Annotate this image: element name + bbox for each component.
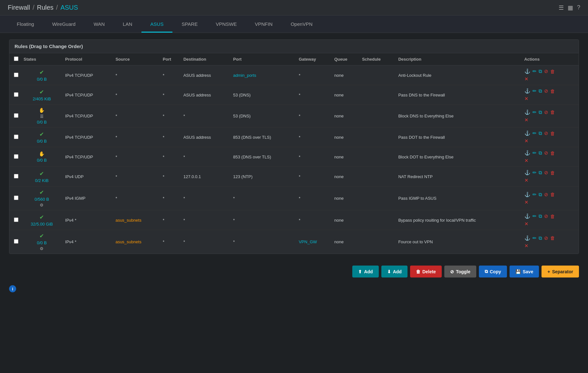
action-copy-icon[interactable]: ⧉ [538,191,542,198]
row-8-checkbox[interactable] [14,239,18,244]
action-delete-icon[interactable]: 🗑 [550,68,555,75]
action-copy-icon[interactable]: ⧉ [538,130,542,136]
action-disable-icon[interactable]: ✕ [524,76,529,82]
row-stats[interactable]: 0/0 B [37,158,46,163]
action-move-icon[interactable]: ⚓ [524,109,531,116]
row-stats[interactable]: 2/405 KiB [33,96,51,101]
tab-wireguard[interactable]: WireGuard [43,15,85,33]
row-gateway-link[interactable]: VPN_GW [299,239,317,244]
action-block-icon[interactable]: ⊘ [544,109,549,116]
action-move-icon[interactable]: ⚓ [524,169,531,176]
action-copy-icon[interactable]: ⧉ [538,150,542,156]
row-gateway-cell: * [296,186,332,210]
tab-vpnfin[interactable]: VPNFIN [246,15,282,33]
action-move-icon[interactable]: ⚓ [524,130,531,136]
row-port-dst-link[interactable]: admin_ports [233,73,256,78]
row-stats[interactable]: 0/0 B [37,139,46,144]
row-stats[interactable]: 0/0 B [37,240,46,245]
action-disable-icon[interactable]: ✕ [524,138,529,144]
action-delete-icon[interactable]: 🗑 [550,191,555,197]
grid-view-icon[interactable]: ▦ [568,4,573,11]
tab-spare[interactable]: SPARE [172,15,207,33]
action-delete-icon[interactable]: 🗑 [550,150,555,156]
action-copy-icon[interactable]: ⧉ [538,68,542,75]
tab-openvpn[interactable]: OpenVPN [282,15,322,33]
action-disable-icon[interactable]: ✕ [524,243,529,249]
action-block-icon[interactable]: ⊘ [544,235,549,241]
info-icon[interactable]: i [9,285,16,292]
add-below-button[interactable]: ⬇ Add [381,266,407,277]
add-above-button[interactable]: ⬆ Add [352,266,378,277]
action-delete-icon[interactable]: 🗑 [550,213,555,219]
action-copy-icon[interactable]: ⧉ [538,169,542,176]
row-7-checkbox[interactable] [14,217,18,222]
tab-vpnswe[interactable]: VPNSWE [207,15,246,33]
action-move-icon[interactable]: ⚓ [524,235,531,241]
row-source-link[interactable]: asus_subnets [116,218,141,223]
action-edit-icon[interactable]: ✏ [532,235,537,241]
tab-wan[interactable]: WAN [85,15,114,33]
row-2-checkbox[interactable] [14,113,18,118]
select-all-checkbox[interactable] [14,56,18,61]
action-delete-icon[interactable]: 🗑 [550,170,555,176]
action-copy-icon[interactable]: ⧉ [538,88,542,94]
action-edit-icon[interactable]: ✏ [532,213,537,219]
row-stats[interactable]: 0/0 B [37,120,46,125]
action-block-icon[interactable]: ⊘ [544,88,549,94]
action-disable-icon[interactable]: ✕ [524,157,529,164]
delete-button[interactable]: 🗑 Delete [410,266,442,277]
row-1-checkbox[interactable] [14,92,18,97]
action-disable-icon[interactable]: ✕ [524,177,529,184]
action-block-icon[interactable]: ⊘ [544,68,549,75]
action-move-icon[interactable]: ⚓ [524,191,531,198]
toggle-button[interactable]: ⊘ Toggle [444,266,476,277]
list-view-icon[interactable]: ☰ [559,4,564,11]
row-stats[interactable]: 0/2 KiB [35,178,48,183]
help-icon[interactable]: ? [577,4,580,11]
action-copy-icon[interactable]: ⧉ [538,235,542,241]
action-block-icon[interactable]: ⊘ [544,169,549,176]
action-block-icon[interactable]: ⊘ [544,150,549,156]
row-stats[interactable]: 0/560 B [35,197,49,202]
row-4-checkbox[interactable] [14,154,18,159]
action-delete-icon[interactable]: 🗑 [550,235,555,241]
action-copy-icon[interactable]: ⧉ [538,109,542,116]
action-move-icon[interactable]: ⚓ [524,213,531,219]
action-edit-icon[interactable]: ✏ [532,68,537,75]
row-destination-cell: ASUS address [181,66,231,85]
action-block-icon[interactable]: ⊘ [544,130,549,136]
action-move-icon[interactable]: ⚓ [524,88,531,94]
action-delete-icon[interactable]: 🗑 [550,109,555,115]
action-edit-icon[interactable]: ✏ [532,191,537,198]
tab-asus[interactable]: ASUS [141,15,173,33]
row-3-checkbox[interactable] [14,135,18,139]
action-disable-icon[interactable]: ✕ [524,96,529,102]
action-disable-icon[interactable]: ✕ [524,221,529,227]
row-stats[interactable]: 0/0 B [37,77,46,82]
action-disable-icon[interactable]: ✕ [524,117,529,123]
action-edit-icon[interactable]: ✏ [532,150,537,156]
action-edit-icon[interactable]: ✏ [532,169,537,176]
tab-floating[interactable]: Floating [8,15,43,33]
action-edit-icon[interactable]: ✏ [532,88,537,94]
action-disable-icon[interactable]: ✕ [524,199,529,206]
row-6-checkbox[interactable] [14,196,18,200]
action-block-icon[interactable]: ⊘ [544,191,549,198]
action-edit-icon[interactable]: ✏ [532,130,537,136]
action-delete-icon[interactable]: 🗑 [550,130,555,136]
row-gateway-cell: * [296,210,332,230]
save-button[interactable]: 💾 Save [510,266,539,277]
row-0-checkbox[interactable] [14,73,18,77]
action-block-icon[interactable]: ⊘ [544,213,549,219]
action-move-icon[interactable]: ⚓ [524,68,531,75]
action-delete-icon[interactable]: 🗑 [550,88,555,94]
row-source-link[interactable]: asus_subnets [116,239,141,244]
action-move-icon[interactable]: ⚓ [524,150,531,156]
row-stats[interactable]: 32/5.00 GiB [31,222,53,227]
separator-button[interactable]: + Separator [542,266,579,277]
copy-button[interactable]: ⧉ Copy [479,266,507,277]
tab-lan[interactable]: LAN [114,15,141,33]
action-copy-icon[interactable]: ⧉ [538,213,542,219]
action-edit-icon[interactable]: ✏ [532,109,537,116]
row-5-checkbox[interactable] [14,174,18,178]
